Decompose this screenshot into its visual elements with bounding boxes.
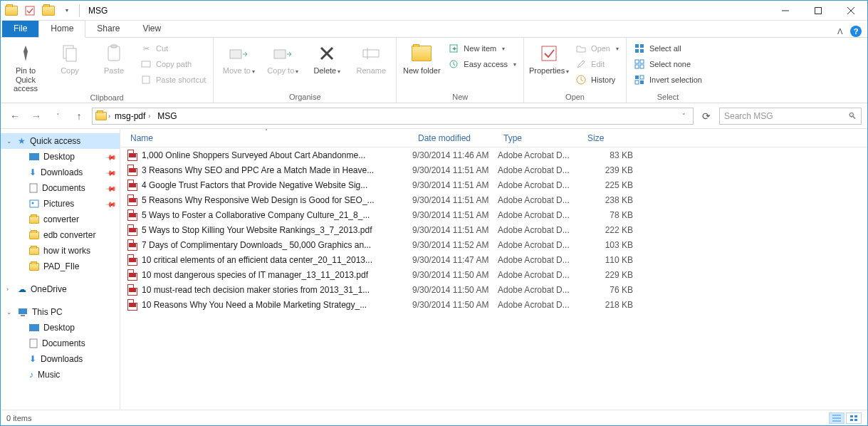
- search-input[interactable]: [724, 111, 848, 121]
- documents-icon: [29, 183, 38, 193]
- refresh-button[interactable]: ⟳: [698, 108, 715, 125]
- nav-onedrive[interactable]: ›☁OneDrive: [1, 281, 120, 297]
- file-name-cell: 10 must-read tech decision maker stories…: [120, 284, 412, 296]
- explorer-window: ▾ MSG File Home Share View ᐱ ? Pin to Qu…: [0, 0, 868, 426]
- nav-quick-access[interactable]: ⌄★Quick access: [1, 133, 120, 149]
- app-icon[interactable]: [4, 3, 19, 19]
- easy-access-button[interactable]: Easy access▾: [445, 56, 519, 72]
- svg-rect-7: [108, 46, 120, 61]
- nav-desktop2[interactable]: Desktop: [1, 320, 120, 336]
- svg-rect-27: [640, 60, 644, 63]
- tab-file[interactable]: File: [2, 21, 38, 37]
- maximize-button[interactable]: [802, 1, 835, 21]
- cut-button[interactable]: ✂Cut: [137, 41, 209, 56]
- select-none-button[interactable]: Select none: [631, 56, 705, 72]
- edit-button[interactable]: Edit: [572, 56, 622, 72]
- select-all-button[interactable]: Select all: [631, 41, 705, 56]
- file-row[interactable]: 5 Reasons Why Responsive Web Design is G…: [120, 192, 867, 207]
- svg-rect-37: [19, 308, 27, 314]
- dropdown-icon[interactable]: ˅: [682, 113, 686, 120]
- copy-to-button[interactable]: Copy to▾: [262, 39, 303, 76]
- properties-button[interactable]: Properties▾: [528, 39, 570, 76]
- file-rows[interactable]: 1,000 Online Shoppers Surveyed About Car…: [120, 147, 867, 410]
- nav-pad-file[interactable]: PAD_FIle: [1, 259, 120, 274]
- minimize-ribbon-icon[interactable]: ᐱ: [837, 27, 843, 36]
- nav-music[interactable]: ♪Music: [1, 367, 120, 383]
- pin-to-quick-access-button[interactable]: Pin to Quick access: [5, 39, 46, 93]
- invert-selection-button[interactable]: Invert selection: [631, 72, 705, 88]
- up-button[interactable]: ↑: [70, 108, 88, 125]
- tab-share[interactable]: Share: [85, 21, 131, 37]
- qat-newfolder-icon[interactable]: [41, 3, 56, 19]
- ribbon-group-organise: Move to▾ Copy to▾ Delete▾ Rename Organis…: [214, 38, 397, 103]
- file-row[interactable]: 10 most dangerous species of IT manager_…: [120, 267, 867, 282]
- file-size-cell: 225 KB: [582, 180, 637, 190]
- file-row[interactable]: 10 Reasons Why You Need a Mobile Marketi…: [120, 297, 867, 312]
- svg-rect-39: [30, 339, 37, 348]
- qat-properties-icon[interactable]: [22, 3, 38, 19]
- copy-button[interactable]: Copy: [49, 39, 90, 76]
- file-size-cell: 110 KB: [582, 255, 637, 265]
- nav-downloads[interactable]: ⬇Downloads📌: [1, 165, 120, 180]
- file-list-pane: ˄Name Date modified Type Size 1,000 Onli…: [120, 129, 867, 410]
- svg-rect-43: [850, 415, 853, 417]
- move-to-button[interactable]: Move to▾: [218, 39, 259, 76]
- new-folder-button[interactable]: New folder: [401, 39, 442, 76]
- file-row[interactable]: 4 Google Trust Factors that Provide Nega…: [120, 177, 867, 192]
- file-row[interactable]: 1,000 Online Shoppers Surveyed About Car…: [120, 147, 867, 162]
- rename-button[interactable]: Rename: [350, 39, 392, 76]
- back-button[interactable]: ←: [6, 108, 23, 125]
- file-name-cell: 10 Reasons Why You Need a Mobile Marketi…: [120, 299, 412, 311]
- tab-view[interactable]: View: [131, 21, 172, 37]
- svg-rect-32: [635, 80, 639, 84]
- paste-button[interactable]: Paste: [93, 39, 135, 76]
- recent-locations-button[interactable]: ˅: [49, 108, 66, 125]
- nav-downloads2[interactable]: ⬇Downloads: [1, 351, 120, 367]
- desktop-icon: [29, 153, 39, 160]
- file-row[interactable]: 3 Reasons Why SEO and PPC Are a Match Ma…: [120, 162, 867, 177]
- address-bar[interactable]: › msg-pdf › MSG ˅: [92, 108, 694, 125]
- delete-button[interactable]: Delete▾: [306, 39, 347, 76]
- open-button[interactable]: Open▾: [572, 41, 622, 56]
- forward-button[interactable]: →: [28, 108, 45, 125]
- column-size[interactable]: Size: [582, 129, 637, 147]
- new-item-button[interactable]: ✦New item▾: [445, 41, 519, 56]
- breadcrumb-1[interactable]: MSG: [155, 111, 179, 121]
- paste-shortcut-button[interactable]: Paste shortcut: [137, 72, 209, 88]
- folder-icon: [29, 216, 39, 224]
- file-row[interactable]: 5 Ways to Foster a Collaborative Company…: [120, 207, 867, 222]
- minimize-button[interactable]: [769, 1, 802, 21]
- file-row[interactable]: 10 critical elements of an efficient dat…: [120, 252, 867, 267]
- file-row[interactable]: 10 must-read tech decision maker stories…: [120, 282, 867, 297]
- nav-converter[interactable]: converter: [1, 212, 120, 227]
- close-button[interactable]: [835, 1, 867, 21]
- downloads-icon: ⬇: [29, 167, 36, 177]
- file-name-cell: 10 most dangerous species of IT manager_…: [120, 269, 412, 281]
- copy-path-button[interactable]: Copy path: [137, 56, 209, 72]
- tab-home[interactable]: Home: [38, 20, 85, 38]
- nav-this-pc[interactable]: ⌄This PC: [1, 304, 120, 320]
- history-button[interactable]: History: [572, 72, 622, 88]
- help-icon[interactable]: ?: [850, 26, 862, 37]
- search-box[interactable]: 🔍︎: [719, 108, 862, 125]
- qat-customize-icon[interactable]: ▾: [59, 3, 75, 19]
- nav-pictures[interactable]: Pictures📌: [1, 196, 120, 212]
- nav-desktop[interactable]: Desktop📌: [1, 149, 120, 165]
- breadcrumb-0[interactable]: msg-pdf ›: [112, 111, 153, 121]
- file-row[interactable]: 5 Ways to Stop Killing Your Website Rank…: [120, 222, 867, 237]
- file-row[interactable]: 7 Days of Complimentary Downloads_ 50,00…: [120, 237, 867, 252]
- nav-how-it-works[interactable]: how it works: [1, 243, 120, 259]
- nav-documents2[interactable]: Documents: [1, 336, 120, 351]
- chevron-right-icon[interactable]: ›: [108, 113, 110, 120]
- details-view-button[interactable]: [829, 412, 845, 424]
- large-icons-view-button[interactable]: [846, 412, 862, 424]
- nav-edb-converter[interactable]: edb converter: [1, 227, 120, 243]
- navigation-pane[interactable]: ⌄★Quick access Desktop📌 ⬇Downloads📌 Docu…: [1, 129, 120, 410]
- column-type[interactable]: Type: [498, 129, 582, 147]
- nav-documents[interactable]: Documents📌: [1, 180, 120, 196]
- folder-icon: [95, 112, 107, 120]
- column-name[interactable]: ˄Name: [120, 129, 412, 147]
- music-icon: ♪: [29, 370, 33, 380]
- column-date[interactable]: Date modified: [412, 129, 498, 147]
- search-icon[interactable]: 🔍︎: [848, 111, 857, 121]
